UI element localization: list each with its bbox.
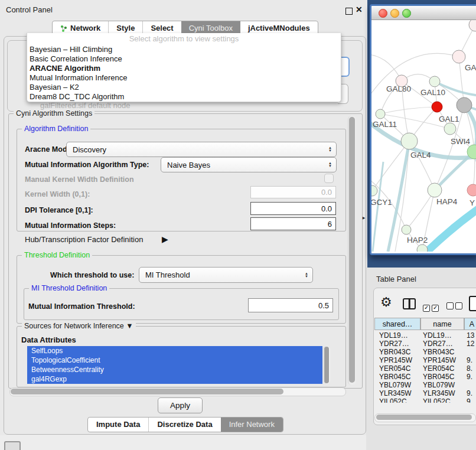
kernel-width-label: Kernel Width (0,1):	[25, 190, 90, 198]
corner-button[interactable]	[4, 441, 21, 450]
splitpane-caret-icon[interactable]: ‣	[361, 214, 366, 223]
node-gal10[interactable]	[429, 76, 440, 87]
sources-title-wrap: Sources for Network Inference ▼	[22, 322, 136, 330]
close-icon[interactable]: ✕	[356, 5, 363, 14]
tab-impute-data-label: Impute Data	[96, 420, 140, 429]
mi-type-value: Naive Bayes	[167, 161, 210, 169]
dropdown-item-mutual-information[interactable]: Mutual Information Inference	[27, 73, 341, 83]
threshold-definition-title: Threshold Definition	[22, 251, 92, 259]
document-icon[interactable]	[469, 296, 476, 311]
column-header-name[interactable]: name	[420, 318, 464, 330]
manual-kernel-checkbox[interactable]	[324, 174, 334, 183]
dropdown-item-basic-correlation[interactable]: Basic Correlation Inference	[27, 54, 341, 64]
node-red-selected[interactable]	[432, 102, 442, 112]
node-gray[interactable]	[457, 97, 472, 113]
algorithm-definition-title: Algorithm Definition	[22, 125, 90, 133]
stepper-icon: ▲▼	[328, 162, 332, 168]
mi-threshold-label: Mutual Information Threshold:	[28, 302, 135, 311]
select-all-checkboxes-icon[interactable]: ✓✓	[423, 301, 441, 312]
node-hap4[interactable]	[428, 183, 442, 197]
hub-definition-label[interactable]: Hub/Transcription Factor Definition	[25, 235, 143, 244]
control-panel: Control Panel ✕ Network Style Select Cyn…	[0, 0, 367, 435]
aracne-mode-combobox[interactable]: Discovery ▲▼	[66, 142, 337, 157]
data-attributes-label: Data Attributes	[21, 335, 76, 344]
node-label-gal: GAL	[465, 63, 476, 72]
dropdown-item-aracne[interactable]: ARACNE Algorithm	[27, 64, 341, 73]
network-combobox-value: galFiltered.sif default node	[40, 101, 130, 110]
mi-steps-field[interactable]: 6	[250, 217, 336, 230]
dropdown-item-bayesian-hill-climbing[interactable]: Bayesian – Hill Climbing	[27, 45, 341, 54]
node-gcy1[interactable]	[371, 185, 377, 196]
attributes-scrollbar-thumb[interactable]	[324, 347, 329, 383]
node-label-gal1: GAL1	[439, 115, 459, 123]
network-view-window: GAL GAL80 GAL10 GAL11 GAL1 GAL4 SWI4 GCY…	[370, 4, 476, 255]
node-label-y: Y	[470, 198, 475, 207]
sources-title[interactable]: Sources for Network Inference	[24, 322, 124, 330]
table-horizontal-scrollbar-thumb[interactable]	[376, 415, 472, 420]
node-label-gcy1: GCY1	[371, 198, 392, 207]
mi-steps-label: Mutual Information Steps:	[25, 221, 116, 230]
table-horizontal-scrollbar[interactable]	[374, 413, 476, 422]
hub-expand-arrow-icon[interactable]: ▶	[162, 234, 168, 244]
tab-discretize-data[interactable]: Discretize Data	[148, 418, 220, 432]
node-label-gal10: GAL10	[420, 88, 445, 97]
settings-horizontal-scrollbar[interactable]	[9, 387, 346, 396]
table-rows: YDL19…YDL19…13 YDR27…YDR27…12 YBR043CYBR…	[374, 331, 476, 403]
deselect-all-checkboxes-icon[interactable]	[446, 301, 464, 312]
settings-vertical-scrollbar-thumb[interactable]	[349, 117, 355, 383]
stepper-icon: ▲▼	[328, 146, 332, 152]
which-threshold-label: Which threshold to use:	[50, 271, 134, 279]
attributes-scrollbar[interactable]	[323, 346, 330, 384]
list-item-topologicalcoefficient[interactable]: TopologicalCoefficient	[27, 356, 322, 365]
node-unlabeled-top[interactable]	[469, 20, 476, 31]
node-gal11[interactable]	[376, 109, 385, 119]
network-window-titlebar[interactable]	[371, 6, 476, 20]
dropdown-item-bayesian-k2[interactable]: Bayesian – K2	[27, 83, 341, 92]
column-header-shared[interactable]: shared…	[374, 318, 420, 330]
node-gal4[interactable]	[401, 133, 418, 149]
list-item-selfloops[interactable]: SelfLoops	[27, 346, 322, 356]
kernel-width-field[interactable]: 0.0	[250, 186, 336, 198]
close-traffic-light-icon[interactable]	[379, 9, 387, 18]
tab-impute-data[interactable]: Impute Data	[88, 418, 148, 432]
list-item-gal4rgexp[interactable]: gal4RGexp	[27, 374, 322, 384]
node-gal-pink[interactable]	[452, 50, 465, 63]
node-y[interactable]	[467, 184, 476, 196]
control-panel-title: Control Panel	[6, 5, 53, 14]
which-threshold-combobox[interactable]: MI Threshold ▲▼	[139, 267, 313, 283]
mi-type-combobox[interactable]: Naive Bayes ▲▼	[161, 157, 337, 172]
data-attributes-list: SelfLoops TopologicalCoefficient Between…	[27, 346, 322, 384]
minimize-traffic-light-icon[interactable]	[390, 9, 399, 18]
table-panel: Table Panel ⚙ ✓✓ shared… name A YDL19…YD…	[366, 268, 476, 450]
algorithm-dropdown-popup: Select algorithm to view settings Bayesi…	[27, 33, 341, 102]
settings-vertical-scrollbar[interactable]	[348, 116, 356, 385]
table-panel-title: Table Panel	[376, 275, 416, 283]
network-icon	[60, 25, 67, 32]
network-canvas[interactable]: GAL GAL80 GAL10 GAL11 GAL1 GAL4 SWI4 GCY…	[371, 20, 476, 253]
column-header-partial[interactable]: A	[464, 318, 476, 330]
list-item-betweennesscentrality[interactable]: BetweennessCentrality	[27, 365, 322, 374]
gear-icon[interactable]: ⚙	[380, 295, 392, 310]
node-gal1[interactable]	[444, 123, 456, 135]
mi-threshold-field[interactable]: 0.5	[248, 298, 333, 312]
settings-horizontal-scrollbar-thumb[interactable]	[11, 389, 283, 394]
apply-button[interactable]: Apply	[158, 397, 203, 413]
float-window-icon[interactable]	[345, 8, 353, 15]
mi-threshold-definition-title: MI Threshold Definition	[29, 284, 109, 292]
zoom-traffic-light-icon[interactable]	[402, 9, 411, 18]
tab-infer-network[interactable]: Infer Network	[221, 418, 283, 432]
sources-collapse-arrow-icon[interactable]: ▼	[126, 322, 133, 330]
dropdown-hint: Select algorithm to view settings	[27, 33, 341, 45]
which-threshold-value: MI Threshold	[145, 270, 190, 279]
aracne-mode-value: Discovery	[73, 145, 106, 154]
stepper-icon: ▲▼	[305, 272, 308, 278]
node-label-hap2: HAP2	[407, 236, 428, 244]
cyni-algorithm-settings-title: Cyni Algorithm Settings	[14, 109, 94, 118]
dpi-tolerance-label: DPI Tolerance [0,1]:	[25, 206, 93, 214]
dropdown-item-dream8[interactable]: Dream8 DC_TDC Algorithm	[27, 92, 341, 102]
dpi-tolerance-field[interactable]: 0.0	[250, 202, 336, 215]
columns-icon[interactable]	[403, 298, 416, 309]
manual-kernel-label: Manual Kernel Width Definition	[25, 175, 134, 184]
cyni-bottom-tabstrip: Impute Data Discretize Data Infer Networ…	[87, 417, 283, 432]
node-hap2[interactable]	[402, 225, 411, 234]
